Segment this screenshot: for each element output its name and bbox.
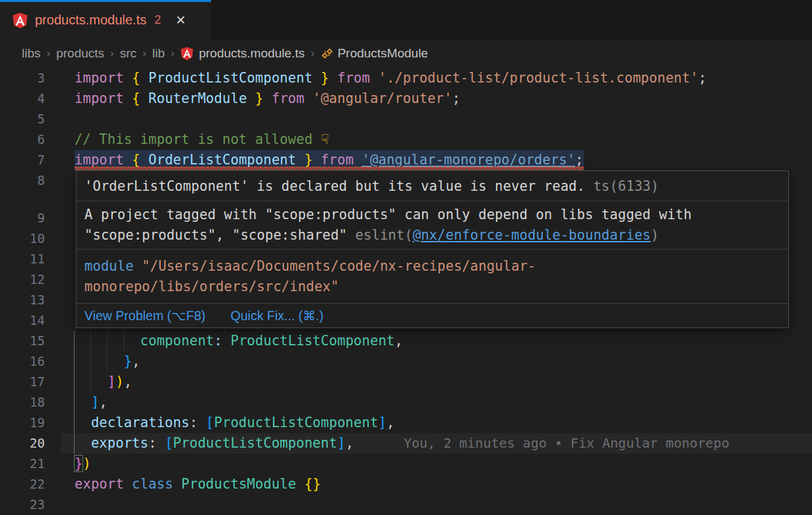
line-number-23: 23 [0,495,45,515]
eslint-source-suffix: ) [651,227,659,243]
diagnostic-hover-popup: 'OrderListComponent' is declared but its… [76,170,789,328]
line-number-7: 7 [0,150,45,170]
eslint-message-line1: A project tagged with "scope:products" c… [84,207,692,223]
hover-action-bar: View Problem (⌥F8) Quick Fix... (⌘.) [77,304,788,327]
chevron-right-icon: › [110,47,114,60]
line-number-11: 11 [0,249,45,269]
line-number-10: 10 [0,228,45,249]
tab-title: products.module.ts [35,13,146,28]
vscode-window: products.module.ts 2 ✕ libs › products ›… [0,0,812,515]
code-text: export class ProductsModule {} [75,474,321,495]
view-problem-button[interactable]: View Problem (⌥F8) [84,308,206,324]
chevron-right-icon: › [171,47,175,60]
line-number-16: 16 [0,351,45,372]
code-text: // This import is not allowed ☟ [75,129,329,150]
line-number-13: 13 [0,290,45,310]
code-text: ], [75,392,108,413]
hover-ts-diagnostic: 'OrderListComponent' is declared but its… [77,171,788,201]
breadcrumb-symbol-label: ProductsModule [338,46,428,61]
line-number-21: 21 [0,454,45,474]
code-line-20[interactable]: 20 exports: [ProductListComponent],You, … [0,433,812,454]
line-number-9: 9 [0,208,45,228]
line-number-17: 17 [0,372,45,392]
breadcrumb-item-lib[interactable]: lib [152,46,165,61]
chevron-right-icon: › [47,47,51,60]
code-line-23[interactable]: 23 [0,495,812,515]
close-icon[interactable]: ✕ [175,13,186,28]
line-number-8: 8 [0,170,45,191]
code-text: ]), [75,372,132,392]
line-number-4: 4 [0,88,45,109]
code-text: }, [75,351,141,372]
eslint-message-line2: "scope:products", "scope:shared" [84,227,356,243]
code-line-21[interactable]: 21}) [0,454,812,474]
code-text: component: ProductListComponent, [75,331,403,351]
line-number-3: 3 [0,68,45,88]
line-number-15: 15 [0,331,45,351]
angular-icon [12,12,28,29]
code-text: import { RouterModule } from '@angular/r… [75,88,460,109]
ts-diagnostic-message: 'OrderListComponent' is declared but its… [84,178,585,194]
hover-module-definition: module "/Users/isaac/Documents/code/nx-r… [77,250,788,304]
code-text: import { ProductListComponent } from './… [75,68,706,88]
line-number-14: 14 [0,310,45,331]
line-number-5: 5 [0,109,45,129]
breadcrumb-file-label: products.module.ts [199,46,305,61]
angular-icon [180,46,194,61]
breadcrumb-item-products[interactable]: products [56,46,104,61]
breadcrumb-item-file[interactable]: products.module.ts [180,46,305,61]
eslint-source-prefix: eslint( [356,227,413,243]
code-line-19[interactable]: 19 declarations: [ProductListComponent], [0,413,812,433]
code-text: }) [75,454,91,474]
chevron-right-icon: › [142,47,146,60]
code-line-5[interactable]: 5 [0,109,812,129]
code-line-17[interactable]: 17 ]), [0,372,812,392]
tab-bar: products.module.ts 2 ✕ [0,0,812,40]
breadcrumb: libs › products › src › lib › products.m… [0,40,812,66]
breadcrumb-item-libs[interactable]: libs [22,46,41,61]
tab-products-module[interactable]: products.module.ts 2 ✕ [0,0,211,40]
quick-fix-button[interactable]: Quick Fix... (⌘.) [231,308,324,324]
breadcrumb-item-symbol[interactable]: ProductsModule [321,46,428,61]
code-line-4[interactable]: 4import { RouterModule } from '@angular/… [0,88,812,109]
code-text: declarations: [ProductListComponent], [75,413,394,433]
code-line-7[interactable]: 7import { OrderListComponent } from '@an… [0,150,812,170]
hover-eslint-diagnostic: A project tagged with "scope:products" c… [77,201,788,250]
code-line-22[interactable]: 22export class ProductsModule {} [0,474,812,495]
ts-diagnostic-source: ts(6133) [585,178,659,194]
code-line-3[interactable]: 3import { ProductListComponent } from '.… [0,68,812,88]
class-icon [321,47,334,60]
tab-error-count-badge: 2 [154,13,161,27]
module-keyword: module [84,258,134,274]
module-path-line1: "/Users/isaac/Documents/code/nx-recipes/… [134,258,536,274]
git-blame-annotation: You, 2 minutes ago • Fix Angular monorep… [404,433,730,454]
line-number-18: 18 [0,392,45,413]
breadcrumb-item-src[interactable]: src [120,46,137,61]
code-line-18[interactable]: 18 ], [0,392,812,413]
module-path-line2: monorepo/libs/orders/src/index" [84,279,339,294]
code-line-15[interactable]: 15 component: ProductListComponent, [0,331,812,351]
code-line-16[interactable]: 16 }, [0,351,812,372]
line-number-6: 6 [0,129,45,150]
line-number-19: 19 [0,413,45,433]
code-text: exports: [ProductListComponent], [75,433,354,454]
line-number-20: 20 [0,433,45,454]
chevron-right-icon: › [311,47,315,60]
eslint-rule-link[interactable]: @nx/enforce-module-boundaries [413,227,651,243]
code-line-6[interactable]: 6// This import is not allowed ☟ [0,129,812,150]
line-number-12: 12 [0,269,45,290]
line-number-22: 22 [0,474,45,495]
